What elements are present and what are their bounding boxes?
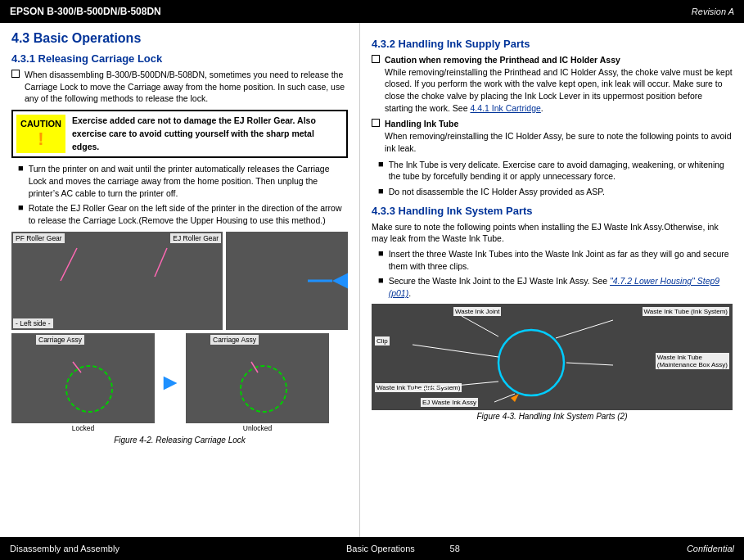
bullet-item-2: ■ Rotate the EJ Roller Gear on the left … <box>11 202 348 226</box>
bullet-marker-1: ■ <box>18 163 24 199</box>
image-ink-system-parts: Waste Ink Joint Waste Ink Tube (Ink Syst… <box>372 304 733 410</box>
figure3-caption: Figure 4-3. Handling Ink System Parts (2… <box>372 412 733 421</box>
checkbox-item-printhead: Caution when removing the Printhead and … <box>372 54 733 114</box>
svg-point-4 <box>66 366 112 412</box>
checkbox-box-1 <box>11 70 20 78</box>
checkbox-printhead-text: While removing/reinstalling the Printhea… <box>385 67 733 113</box>
checkbox-ink-tube-text: When removing/reinstalling the IC Holder… <box>385 131 732 153</box>
image-locked: Carriage Assy <box>11 333 155 423</box>
bullet-text-1: Turn the printer on and wait until the p… <box>29 163 348 199</box>
subsection3-title: 4.3.3 Handling Ink System Parts <box>372 205 733 217</box>
checkbox-item-1: When disassembling B-300/B-500DN/B-508DN… <box>11 69 348 105</box>
img-bottom-right-wrap: Carriage Assy Unlocked <box>186 333 329 432</box>
image2-overlay <box>226 232 348 330</box>
left-column: 4.3 Basic Operations 4.3.1 Releasing Car… <box>0 23 360 537</box>
checkbox-text-ink-tube: Handling Ink Tube When removing/reinstal… <box>385 118 733 154</box>
bullet-text-2: Rotate the EJ Roller Gear on the left si… <box>29 202 348 226</box>
subsection1-title: 4.3.1 Releasing Carriage Lock <box>11 52 348 65</box>
bullet-marker-r3: ■ <box>378 248 384 272</box>
image-overlay-svg <box>11 232 223 330</box>
bullet-item-r1: ■ The Ink Tube is very delicate. Exercis… <box>372 159 733 183</box>
images-area: PF Roller Gear EJ Roller Gear - Left sid… <box>11 232 348 445</box>
caution-icon: ! <box>38 129 43 150</box>
caution-label: CAUTION ! <box>16 115 65 153</box>
svg-line-10 <box>556 320 613 338</box>
caution-box: CAUTION ! Exercise added care not to dam… <box>11 110 348 158</box>
caution-text: Exercise added care not to damage the EJ… <box>72 115 343 153</box>
svg-line-11 <box>413 345 498 357</box>
footer-page-number: 58 <box>450 544 460 553</box>
svg-line-13 <box>413 382 498 390</box>
header-title: EPSON B-300/B-500DN/B-508DN <box>10 6 161 17</box>
svg-point-8 <box>498 330 564 395</box>
right-column: 4.3.2 Handling Ink Supply Parts Caution … <box>360 23 744 537</box>
bullet-marker-r2: ■ <box>378 186 384 198</box>
checkbox-text-printhead: Caution when removing the Printhead and … <box>385 54 733 114</box>
checkbox-text-1: When disassembling B-300/B-500DN/B-508DN… <box>25 69 348 105</box>
bullet-text-r1: The Ink Tube is very delicate. Exercise … <box>389 159 733 183</box>
img-row-bottom: Carriage Assy Locked ► Carriage Assy <box>11 333 348 432</box>
figure2-caption: Figure 4-2. Releasing Carriage Lock <box>11 436 348 445</box>
bullet-text-r4: Secure the Waste Ink Joint to the EJ Was… <box>389 275 733 299</box>
bullet-item-r2: ■ Do not disassemble the IC Holder Assy … <box>372 186 733 198</box>
bullet-marker-r1: ■ <box>378 159 384 183</box>
svg-line-0 <box>61 248 77 281</box>
bullet-text-r2: Do not disassemble the IC Holder Assy pr… <box>389 186 605 198</box>
svg-line-12 <box>566 363 613 365</box>
checkbox-item-ink-tube: Handling Ink Tube When removing/reinstal… <box>372 118 733 154</box>
bullet-item-r3: ■ Insert the three Waste Ink Tubes into … <box>372 248 733 272</box>
link-ink-cartridge[interactable]: 4.4.1 Ink Cartridge <box>470 103 540 113</box>
subsection2-title: 4.3.2 Handling Ink Supply Parts <box>372 38 733 50</box>
bullet-text-r3: Insert the three Waste Ink Tubes into th… <box>389 248 733 272</box>
image-carriage-lock-detail: PF Roller Gear EJ Roller Gear - Left sid… <box>11 232 223 330</box>
page-header: EPSON B-300/B-500DN/B-508DN Revision A <box>0 0 744 23</box>
page-footer: Disassembly and Assembly Basic Operation… <box>0 537 744 560</box>
label-locked: Locked <box>11 424 155 432</box>
img-row-top: PF Roller Gear EJ Roller Gear - Left sid… <box>11 232 348 330</box>
svg-line-1 <box>155 248 167 277</box>
subsection3-intro: Make sure to note the following points w… <box>372 221 733 245</box>
checkbox-printhead-label: Caution when removing the Printhead and … <box>385 55 620 65</box>
label-unlocked: Unlocked <box>186 424 329 432</box>
bullet-item-r4: ■ Secure the Waste Ink Joint to the EJ W… <box>372 275 733 299</box>
image-carriage-lock-side <box>226 232 348 330</box>
bullet-marker-2: ■ <box>18 202 24 226</box>
checkbox-box-printhead <box>372 55 380 63</box>
section-title: 4.3 Basic Operations <box>11 31 348 46</box>
svg-marker-2 <box>332 273 348 289</box>
bullet-item-1: ■ Turn the printer on and wait until the… <box>11 163 348 199</box>
unlocked-overlay <box>186 333 329 423</box>
image-unlocked: Carriage Assy <box>186 333 329 423</box>
svg-line-9 <box>462 316 498 336</box>
locked-overlay <box>11 333 155 423</box>
checkbox-box-ink-tube <box>372 119 380 127</box>
right-image-overlay-svg <box>372 304 733 410</box>
main-content: 4.3 Basic Operations 4.3.1 Releasing Car… <box>0 23 744 537</box>
footer-center-text: Basic Operations <box>346 544 415 553</box>
footer-right: Confidential <box>687 544 734 553</box>
svg-point-6 <box>241 366 286 412</box>
blue-arrow: ► <box>158 333 183 432</box>
footer-left: Disassembly and Assembly <box>10 544 119 553</box>
bullet-marker-r4: ■ <box>378 275 384 299</box>
img-bottom-left-wrap: Carriage Assy Locked <box>11 333 155 432</box>
footer-center: Basic Operations 58 <box>119 544 687 553</box>
header-revision: Revision A <box>692 7 734 16</box>
checkbox-ink-tube-label: Handling Ink Tube <box>385 119 458 129</box>
